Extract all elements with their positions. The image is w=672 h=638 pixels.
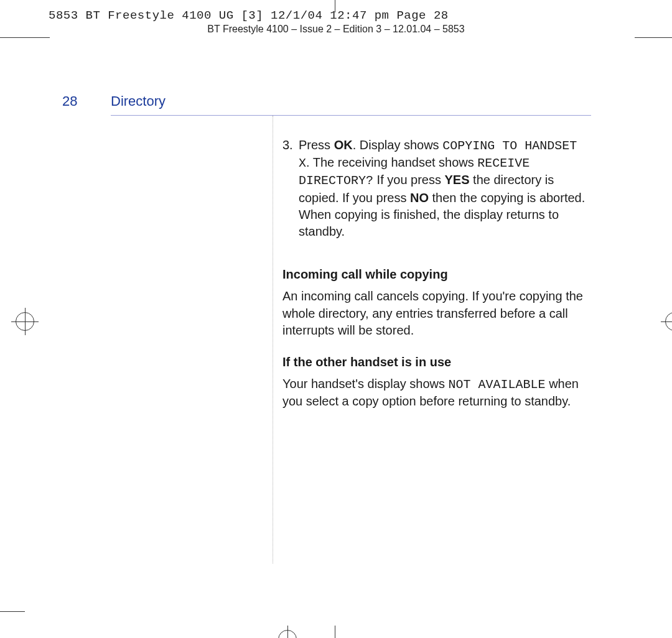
print-slug: 5853 BT Freestyle 4100 UG [3] 12/1/04 12… bbox=[49, 9, 449, 22]
text: Your handset's display shows bbox=[282, 377, 449, 391]
key-no: NO bbox=[410, 191, 429, 205]
paragraph-incoming: An incoming call cancels copying. If you… bbox=[282, 288, 587, 339]
key-ok: OK bbox=[334, 138, 353, 152]
text: Press bbox=[299, 138, 334, 152]
crop-mark bbox=[0, 611, 25, 612]
crop-mark bbox=[335, 626, 335, 638]
step-body: Press OK. Display shows COPYING TO HANDS… bbox=[299, 137, 587, 255]
subheading-incoming: Incoming call while copying bbox=[282, 266, 587, 283]
text: . Display shows bbox=[353, 138, 443, 152]
text: If you press bbox=[373, 173, 445, 187]
key-yes: YES bbox=[445, 173, 470, 187]
section-title: Directory bbox=[111, 93, 166, 109]
column-divider bbox=[273, 116, 273, 563]
step-number: 3. bbox=[282, 137, 299, 255]
crop-mark bbox=[635, 37, 672, 38]
text: . The receiving handset shows bbox=[306, 155, 477, 169]
horizontal-rule bbox=[111, 115, 591, 116]
page-number: 28 bbox=[62, 93, 77, 109]
content-column: 3. Press OK. Display shows COPYING TO HA… bbox=[282, 137, 587, 425]
paragraph-inuse: Your handset's display shows NOT AVAILAB… bbox=[282, 376, 587, 410]
step-3: 3. Press OK. Display shows COPYING TO HA… bbox=[282, 137, 587, 255]
lcd-text: NOT AVAILABLE bbox=[449, 377, 546, 392]
subheading-inuse: If the other handset is in use bbox=[282, 354, 587, 371]
print-header: BT Freestyle 4100 – Issue 2 – Edition 3 … bbox=[0, 24, 672, 35]
crop-mark bbox=[0, 37, 50, 38]
